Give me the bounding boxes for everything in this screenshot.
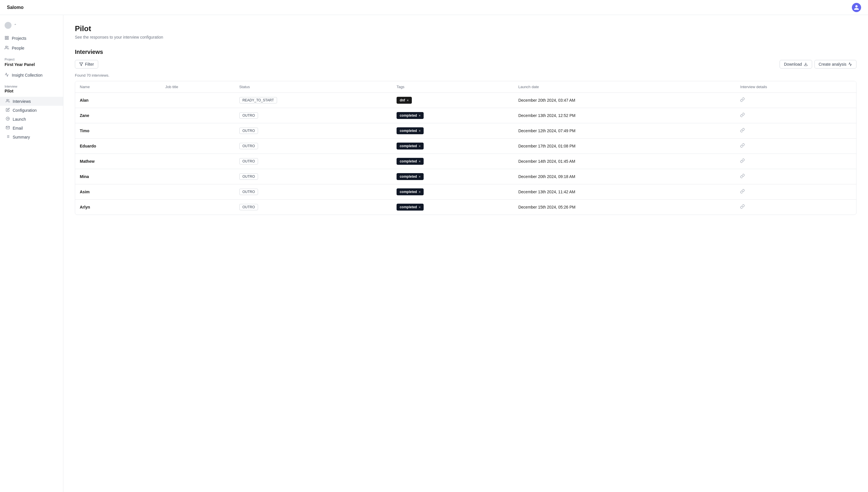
table-row: Zane OUTRO completed × December 13th 202… — [75, 108, 856, 123]
page-title: Pilot — [75, 24, 857, 33]
tag-badge: completed × — [397, 143, 424, 149]
subnav-launch[interactable]: Launch — [0, 115, 63, 124]
tag-remove-icon[interactable]: × — [419, 190, 420, 194]
cell-name: Timo — [75, 123, 161, 139]
projects-icon — [5, 36, 9, 41]
cell-name: Zane — [75, 108, 161, 123]
link-icon[interactable] — [740, 128, 745, 133]
tag-badge: completed × — [397, 158, 424, 165]
link-icon[interactable] — [740, 98, 745, 103]
tag-remove-icon[interactable]: × — [419, 159, 420, 163]
cell-interview-details — [736, 154, 856, 169]
tag-remove-icon[interactable]: × — [419, 175, 420, 178]
filter-icon — [79, 62, 83, 66]
configuration-nav-icon — [6, 108, 10, 113]
sidebar-item-insight[interactable]: Insight Collection — [0, 70, 63, 80]
link-icon[interactable] — [740, 174, 745, 179]
tag-badge: completed × — [397, 112, 424, 119]
svg-marker-14 — [79, 63, 83, 66]
cell-status: OUTRO — [235, 154, 392, 169]
status-badge: OUTRO — [239, 173, 258, 180]
cell-job-title — [161, 123, 235, 139]
cell-interview-details — [736, 139, 856, 154]
cell-job-title — [161, 154, 235, 169]
link-icon[interactable] — [740, 113, 745, 118]
filter-row: Filter Download Create analysis — [75, 60, 857, 69]
tag-badge: dnf × — [397, 97, 412, 104]
link-icon[interactable] — [740, 190, 745, 194]
link-icon[interactable] — [740, 159, 745, 164]
cell-name: Mathew — [75, 154, 161, 169]
user-avatar[interactable] — [852, 3, 861, 12]
subnav-interviews[interactable]: Interviews — [0, 97, 63, 106]
subnav-configuration[interactable]: Configuration — [0, 106, 63, 115]
col-status: Status — [235, 81, 392, 93]
cell-status: READY_TO_START — [235, 93, 392, 108]
cell-job-title — [161, 108, 235, 123]
tag-remove-icon[interactable]: × — [419, 114, 420, 117]
cell-interview-details — [736, 184, 856, 200]
table-row: Eduardo OUTRO completed × December 17th … — [75, 139, 856, 154]
cell-tags: completed × — [392, 169, 514, 184]
tag-remove-icon[interactable]: × — [407, 99, 409, 102]
project-name: First Year Panel — [0, 62, 63, 70]
insight-icon — [5, 73, 9, 78]
download-icon — [804, 62, 808, 66]
interview-name: Pilot — [0, 89, 63, 97]
sidebar-chevron-icon[interactable]: ⌃ — [14, 23, 17, 27]
tag-remove-icon[interactable]: × — [419, 129, 420, 132]
create-analysis-button[interactable]: Create analysis — [814, 60, 857, 69]
cell-name: Asim — [75, 184, 161, 200]
cell-launch-date: December 12th 2024, 07:49 PM — [514, 123, 736, 139]
col-name: Name — [75, 81, 161, 93]
cell-status: OUTRO — [235, 200, 392, 215]
status-badge: OUTRO — [239, 189, 258, 195]
interviews-nav-label: Interviews — [13, 99, 31, 104]
sidebar-item-people[interactable]: People — [0, 43, 63, 53]
interviews-table: Name Job title Status Tags Launch date I… — [75, 81, 856, 215]
svg-point-4 — [5, 46, 7, 48]
cell-name: Eduardo — [75, 139, 161, 154]
table-row: Mina OUTRO completed × December 20th 202… — [75, 169, 856, 184]
filter-label: Filter — [85, 62, 94, 67]
status-badge: OUTRO — [239, 112, 258, 119]
topnav: Salomo — [0, 0, 868, 15]
subnav-email[interactable]: Email — [0, 124, 63, 132]
tag-remove-icon[interactable]: × — [419, 205, 420, 209]
download-button[interactable]: Download — [780, 60, 812, 69]
cell-launch-date: December 13th 2024, 11:42 AM — [514, 184, 736, 200]
col-tags: Tags — [392, 81, 514, 93]
filter-button[interactable]: Filter — [75, 60, 98, 69]
download-label: Download — [784, 62, 802, 67]
configuration-nav-label: Configuration — [13, 108, 36, 113]
cell-status: OUTRO — [235, 123, 392, 139]
cell-launch-date: December 17th 2024, 01:08 PM — [514, 139, 736, 154]
project-section-label: Project — [0, 53, 63, 62]
svg-rect-3 — [7, 38, 8, 40]
cell-interview-details — [736, 123, 856, 139]
email-nav-label: Email — [13, 126, 23, 130]
cell-tags: completed × — [392, 184, 514, 200]
table-row: Mathew OUTRO completed × December 14th 2… — [75, 154, 856, 169]
status-badge: OUTRO — [239, 204, 258, 210]
link-icon[interactable] — [740, 144, 745, 149]
cell-status: OUTRO — [235, 108, 392, 123]
cell-tags: completed × — [392, 154, 514, 169]
table-row: Arlyn OUTRO completed × December 15th 20… — [75, 200, 856, 215]
people-icon — [5, 46, 9, 51]
cell-name: Alan — [75, 93, 161, 108]
table-row: Asim OUTRO completed × December 13th 202… — [75, 184, 856, 200]
col-interview-details: Interview details — [736, 81, 856, 93]
tag-remove-icon[interactable]: × — [419, 144, 420, 148]
interviews-table-wrap: Name Job title Status Tags Launch date I… — [75, 81, 857, 215]
cell-name: Arlyn — [75, 200, 161, 215]
email-nav-icon — [6, 126, 10, 130]
cell-tags: completed × — [392, 123, 514, 139]
subnav-summary[interactable]: Summary — [0, 132, 63, 142]
cell-job-title — [161, 200, 235, 215]
link-icon[interactable] — [740, 205, 745, 210]
summary-nav-label: Summary — [13, 135, 30, 140]
launch-nav-label: Launch — [13, 117, 26, 122]
status-badge: OUTRO — [239, 128, 258, 134]
sidebar-item-projects[interactable]: Projects — [0, 33, 63, 43]
